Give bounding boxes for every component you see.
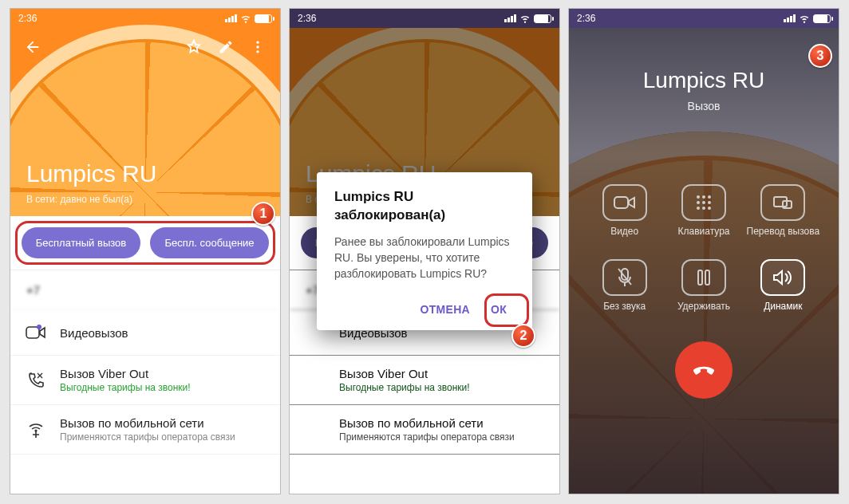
battery-icon xyxy=(813,14,831,23)
svg-rect-21 xyxy=(705,270,709,285)
signal-icon xyxy=(225,14,237,22)
battery-icon xyxy=(255,14,272,23)
dialog-title: Lumpics RU заблокирован(а) xyxy=(334,188,515,223)
svg-point-1 xyxy=(256,45,259,48)
phone-hangup-icon xyxy=(690,356,717,384)
annotation-badge-2: 2 xyxy=(511,324,535,348)
row-label: Вызов Viber Out xyxy=(60,367,266,380)
row-viber-out[interactable]: Вызов Viber Out Выгодные тарифы на звонк… xyxy=(10,356,280,405)
cancel-button[interactable]: ОТМЕНА xyxy=(412,297,477,322)
hold-toggle[interactable]: Удерживать xyxy=(664,259,743,312)
svg-point-10 xyxy=(697,201,700,204)
svg-point-14 xyxy=(702,207,705,210)
hangup-button[interactable] xyxy=(675,341,733,399)
more-vert-icon xyxy=(250,39,266,55)
row-cellular-call[interactable]: Вызов по мобильной сети Применяются тари… xyxy=(10,405,280,455)
camera-icon xyxy=(602,184,647,221)
pencil-icon xyxy=(218,39,234,55)
call-status: Вызов xyxy=(569,100,839,112)
status-time: 2:36 xyxy=(577,13,595,24)
call-controls-grid: Видео Клавиатура Перевод вызова Без звук… xyxy=(569,184,839,313)
cta-row: Бесплатный вызов Беспл. сообщение xyxy=(10,216,280,270)
call-contact-name: Lumpics RU xyxy=(569,68,839,93)
cellular-icon xyxy=(25,419,47,441)
svg-point-11 xyxy=(702,201,705,204)
viber-out-icon xyxy=(25,369,47,392)
status-bar: 2:36 xyxy=(569,9,839,28)
back-button[interactable] xyxy=(17,31,49,63)
modal-overlay[interactable]: Lumpics RU заблокирован(а) Ранее вы забл… xyxy=(290,9,559,494)
signal-icon xyxy=(784,14,796,22)
svg-rect-3 xyxy=(26,327,39,338)
hero: 2:36 Lumpics RU xyxy=(10,9,280,216)
svg-point-0 xyxy=(256,41,259,44)
wifi-icon xyxy=(240,13,251,24)
annotation-badge-1: 1 xyxy=(251,202,275,226)
svg-rect-6 xyxy=(614,197,628,208)
row-sublabel: Применяются тарифы оператора связи xyxy=(60,431,266,443)
screen-unblock-dialog: 2:36 Lumpics RU В сети: давно не был(а) … xyxy=(289,8,560,494)
keypad-toggle[interactable]: Клавиатура xyxy=(664,184,743,237)
unblock-dialog: Lumpics RU заблокирован(а) Ранее вы забл… xyxy=(317,172,532,329)
dialog-body: Ранее вы заблокировали Lumpics RU. Вы ув… xyxy=(334,234,515,282)
contact-name: Lumpics RU xyxy=(26,160,156,187)
status-time: 2:36 xyxy=(18,13,37,24)
contact-status: В сети: давно не был(а) xyxy=(26,194,132,205)
svg-point-7 xyxy=(697,195,700,199)
favorite-button[interactable] xyxy=(178,31,210,63)
svg-point-9 xyxy=(708,195,711,199)
svg-point-4 xyxy=(37,325,41,329)
edit-button[interactable] xyxy=(210,31,242,63)
speaker-toggle[interactable]: Динамик xyxy=(744,259,823,312)
video-toggle[interactable]: Видео xyxy=(585,184,664,237)
wifi-icon xyxy=(799,13,810,24)
status-icons xyxy=(225,13,272,24)
mute-toggle[interactable]: Без звука xyxy=(585,259,664,312)
video-call-icon xyxy=(25,321,47,344)
svg-rect-20 xyxy=(698,270,702,285)
screen-contact-info: 2:36 Lumpics RU xyxy=(10,8,281,494)
svg-point-15 xyxy=(708,207,711,210)
svg-point-5 xyxy=(34,429,37,431)
svg-point-2 xyxy=(256,50,259,53)
more-button[interactable] xyxy=(242,31,274,63)
ok-button[interactable]: ОК xyxy=(483,297,515,322)
annotation-badge-3: 3 xyxy=(808,44,832,68)
svg-point-8 xyxy=(702,195,705,199)
speaker-icon xyxy=(760,259,805,296)
phone-number[interactable]: +7 xyxy=(10,270,280,310)
svg-point-13 xyxy=(697,207,700,210)
free-call-button[interactable]: Бесплатный вызов xyxy=(22,227,140,258)
svg-point-12 xyxy=(708,201,711,204)
mic-off-icon xyxy=(602,259,647,296)
transfer-toggle[interactable]: Перевод вызова xyxy=(744,184,823,237)
keypad-icon xyxy=(681,184,726,221)
top-bar xyxy=(10,28,280,66)
row-sublabel: Выгодные тарифы на звонки! xyxy=(60,382,266,393)
row-label: Вызов по мобильной сети xyxy=(60,416,266,430)
star-icon xyxy=(185,38,203,56)
row-video-call[interactable]: Видеовызов xyxy=(10,310,280,356)
transfer-icon xyxy=(760,184,805,221)
screen-outgoing-call: 2:36 3 Lumpics RU Вызов Видео Клавиатура… xyxy=(568,8,839,494)
row-label: Видеовызов xyxy=(60,326,266,340)
status-icons xyxy=(784,13,831,24)
free-message-button[interactable]: Беспл. сообщение xyxy=(150,227,269,258)
back-arrow-icon xyxy=(24,38,41,56)
status-bar: 2:36 xyxy=(10,9,280,28)
pause-icon xyxy=(681,259,726,296)
